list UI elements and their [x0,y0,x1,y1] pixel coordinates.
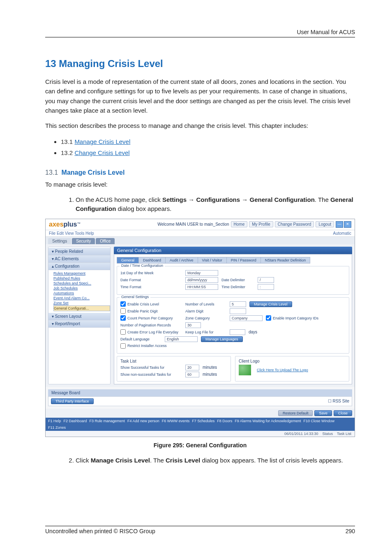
subsection-heading: 13.1 Manage Crisis Level [45,169,355,176]
time-format-select[interactable]: HH:MM:SS [185,284,218,290]
subtab-visit-visitor[interactable]: Visit / Visitor [198,257,227,264]
intro-paragraph-2: This section describes the process to ma… [45,121,355,130]
task-list-link[interactable]: Task List [337,432,351,436]
nav-change-password[interactable]: Change Password [275,221,314,227]
third-party-interface-button[interactable]: Third Party Interface [51,398,94,404]
date-format-select[interactable]: dd/mm/yyyy [185,277,218,283]
fkey-f9[interactable]: F9 Alarms Waiting for Acknowledgement [235,419,301,423]
toc-link-manage[interactable]: Manage Crisis Level [74,138,130,145]
sidebar-group-ac-elements[interactable]: ▾ AC Elements [48,255,110,263]
toc-num-2: 13.2 [61,149,73,156]
status-link[interactable]: Status [322,432,333,436]
screenshot-general-configuration: axesplus™ Welcome MAIN USER to main_Sect… [45,219,355,437]
intro-paragraph-1: Crisis level is a mode of representation… [45,77,355,115]
subtab-audit-archive[interactable]: Audit / Archive [165,257,198,264]
app-brand: axesplus™ [49,221,81,228]
subtab-general[interactable]: General [117,257,139,264]
subsection-number: 13.1 [45,169,58,176]
subsection-lead: To manage crisis level: [45,180,355,189]
sidebar-group-people[interactable]: ▾ People Related [48,248,110,255]
zone-category-select[interactable]: Company [230,315,263,321]
pagination-records-input[interactable]: 30 [185,322,201,328]
enable-panic-digit-checkbox[interactable]: Enable Panic Digit [120,308,182,314]
create-error-log-checkbox[interactable]: Create Error Log File Everyday [120,329,182,335]
footer-left: Uncontrolled when printed © RISCO Group [45,528,155,534]
top-tab-settings[interactable]: Settings [48,238,71,244]
manage-crisis-level-button[interactable]: Manage Crisis Level [249,301,292,307]
step-2: Click Manage Crisis Level. The Crisis Le… [76,456,355,465]
figure-caption: Figure 295: General Configuration [45,442,355,449]
default-language-select[interactable]: English [165,336,198,342]
fieldset-datetime: Date / Time Configuration 1st Day of the… [117,266,349,295]
sidebar-item-schedules[interactable]: Schedules and Speci... [53,281,110,286]
enable-import-category-checkbox[interactable]: Enable Import Category IDs [266,315,318,321]
number-of-levels-select[interactable]: 5 [230,301,246,307]
restore-default-button[interactable]: Restore Default [278,410,313,416]
manage-languages-button[interactable]: Manage Languages [201,336,243,342]
menu-bar[interactable]: File Edit View Tools Help Automatic [46,230,355,237]
toc-num-1: 13.1 [61,138,73,145]
subtab-nstars-reader[interactable]: NStars Reader Definition [261,257,311,264]
alarm-digit-select[interactable] [230,308,246,314]
fieldset-client-logo: Client Logo Click Here To Upload The Log… [235,356,349,382]
panel-title: General Configuration [114,247,352,254]
nav-home[interactable]: Home [231,221,248,227]
fkey-f11[interactable]: F11 Zones [48,426,66,430]
footer-page-number: 290 [346,528,355,534]
fkey-f8[interactable]: F8 Doors [217,419,232,423]
nav-my-profile[interactable]: My Profile [249,221,273,227]
sidebar-group-report-import[interactable]: ▾ Report/Import [48,320,110,328]
header-manual-title: User Manual for ACUS [45,29,355,37]
toc-item-1: 13.1 Manage Crisis Level [61,136,355,147]
subtab-dashboard[interactable]: Dashboard [138,257,166,264]
sidebar-group-configuration[interactable]: ▴ Configuration [48,263,110,270]
top-tab-office[interactable]: Office [96,238,115,244]
fkey-f2[interactable]: F2 Dashboard [64,419,87,423]
sidebar-item-job-schedules[interactable]: Job Schedules [53,286,110,291]
toc-item-2: 13.2 Change Crisis Level [61,147,355,158]
nav-logout[interactable]: Logout [316,221,334,227]
window-minimize-icon[interactable]: — [336,221,343,228]
fkey-f1[interactable]: F1 Help [48,419,61,423]
function-key-bar: F1 Help F2 Dashboard F3 Rule management … [46,418,355,431]
toc-link-change[interactable]: Change Crisis Level [74,149,129,156]
first-day-select[interactable]: Monday [185,270,218,276]
logo-thumbnail-icon [239,365,251,375]
date-delimiter-select[interactable]: / [258,277,274,283]
sidebar-item-zone-set[interactable]: Zone Set [53,301,110,305]
fieldset-task-list: Task List Show Successful Tasks for20min… [117,356,231,382]
successful-tasks-input[interactable]: 20 [185,365,199,370]
fkey-f7[interactable]: F7 Schedules [192,419,214,423]
sidebar-item-event-alarm[interactable]: Event And Alarm Co... [53,296,110,301]
section-heading: 13 Managing Crisis Level [45,58,355,69]
fieldset-general-settings: General Settings Enable Crisis Level Num… [117,297,349,354]
enable-crisis-level-checkbox[interactable]: Enable Crisis Level [120,301,182,307]
automatic-label: Automatic [333,231,351,236]
message-board-header: Message Board [48,389,352,396]
upload-logo-link[interactable]: Click Here To Upload The Logo [257,368,308,372]
fkey-f3[interactable]: F3 Rule management [90,419,125,423]
save-button[interactable]: Save [314,410,332,416]
time-delimiter-select[interactable]: : [258,284,274,290]
step-1: On the ACUS home page, click Settings → … [76,195,355,214]
welcome-text: Welcome MAIN USER to main_Section [157,222,229,227]
window-close-icon[interactable]: ✕ [344,221,351,228]
sidebar-item-rules-management[interactable]: Rules Management [53,271,110,276]
restrict-installer-checkbox[interactable]: Restrict Installer Access [120,343,167,349]
subsection-title: Manage Crisis Level [62,169,125,176]
keep-log-days-input[interactable] [230,329,245,335]
close-button[interactable]: Close [334,410,352,416]
fkey-f6[interactable]: F6 WWW events [162,419,190,423]
sidebar-item-automations[interactable]: Automations [53,291,110,296]
sidebar-item-general-configuration[interactable]: General Configurati... [53,305,110,311]
count-person-checkbox[interactable]: Count Person Per Category [120,315,182,321]
top-tab-security[interactable]: Security [72,238,95,244]
fkey-f10[interactable]: F10 Close Window [304,419,335,423]
fkey-f4[interactable]: F4 Add new person [127,419,159,423]
rss-site-label[interactable]: ☐ RSS Site [328,399,349,403]
sidebar-group-screen-layout[interactable]: ▾ Screen Layout [48,313,110,320]
non-successful-tasks-input[interactable]: 60 [185,372,199,377]
subtab-pin-password[interactable]: PIN / Password [226,257,261,264]
sidebar-item-published-rules[interactable]: Published Rules [53,276,110,281]
status-timestamp: 06/01/2011 14:33:30 [284,432,318,436]
